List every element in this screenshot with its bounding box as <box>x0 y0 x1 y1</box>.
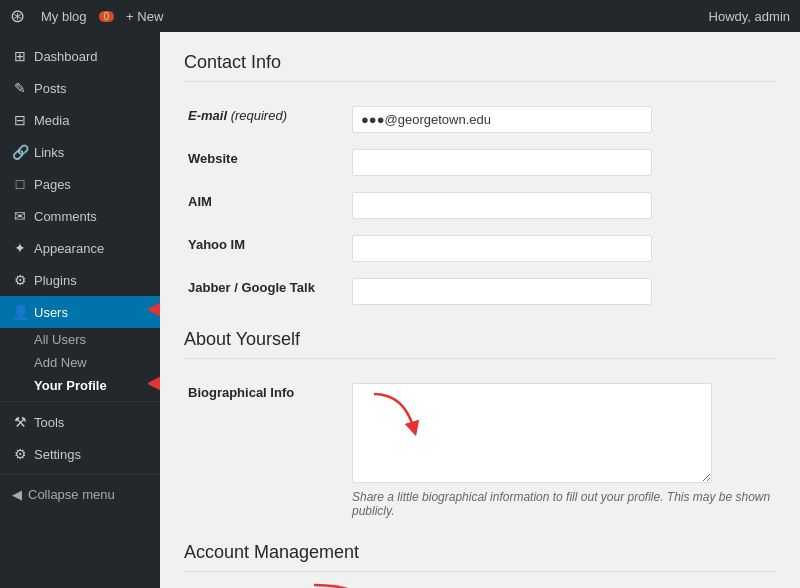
sidebar-label-dashboard: Dashboard <box>34 49 98 64</box>
media-icon: ⊟ <box>12 112 28 128</box>
sidebar-label-tools: Tools <box>34 415 64 430</box>
aim-input[interactable] <box>352 192 652 219</box>
sidebar-label-users: Users <box>34 305 68 320</box>
collapse-label: Collapse menu <box>28 487 115 502</box>
sidebar-label-appearance: Appearance <box>34 241 104 256</box>
sidebar-sub-add-new[interactable]: Add New <box>0 351 160 374</box>
top-bar-right: Howdy, admin <box>709 9 790 24</box>
comments-icon: ✉ <box>12 208 28 224</box>
email-label: E-mail (required) <box>184 98 344 141</box>
bio-help-text: Share a little biographical information … <box>352 490 772 518</box>
plugins-icon: ⚙ <box>12 272 28 288</box>
sidebar-item-plugins[interactable]: ⚙ Plugins <box>0 264 160 296</box>
appearance-icon: ✦ <box>12 240 28 256</box>
contact-info-title: Contact Info <box>184 52 776 82</box>
aim-label: AIM <box>184 184 344 227</box>
password-arrow-annotation <box>304 580 384 588</box>
pages-icon: □ <box>12 176 28 192</box>
top-bar-left: ⊛ My blog 0 + New <box>10 5 163 27</box>
wp-logo-icon[interactable]: ⊛ <box>10 5 25 27</box>
website-label: Website <box>184 141 344 184</box>
yahoo-label: Yahoo IM <box>184 227 344 270</box>
links-icon: 🔗 <box>12 144 28 160</box>
sidebar-item-users[interactable]: 👤 Users <box>0 296 160 328</box>
sidebar-item-tools[interactable]: ⚒ Tools <box>0 406 160 438</box>
sidebar-label-plugins: Plugins <box>34 273 77 288</box>
about-yourself-section: About Yourself Biographical Info <box>184 329 776 526</box>
sidebar-sub-your-profile[interactable]: Your Profile <box>0 374 160 397</box>
collapse-menu-button[interactable]: ◀ Collapse menu <box>0 479 160 510</box>
sidebar-item-comments[interactable]: ✉ Comments <box>0 200 160 232</box>
sidebar-label-pages: Pages <box>34 177 71 192</box>
jabber-row: Jabber / Google Talk <box>184 270 776 313</box>
top-bar: ⊛ My blog 0 + New Howdy, admin <box>0 0 800 32</box>
sidebar-divider-2 <box>0 474 160 475</box>
sidebar-item-dashboard[interactable]: ⊞ Dashboard <box>0 40 160 72</box>
sidebar-item-appearance[interactable]: ✦ Appearance <box>0 232 160 264</box>
sidebar-label-links: Links <box>34 145 64 160</box>
new-post-link[interactable]: + New <box>126 9 163 24</box>
posts-icon: ✎ <box>12 80 28 96</box>
sidebar-label-settings: Settings <box>34 447 81 462</box>
collapse-icon: ◀ <box>12 487 22 502</box>
sidebar-item-pages[interactable]: □ Pages <box>0 168 160 200</box>
yahoo-row: Yahoo IM <box>184 227 776 270</box>
howdy-text: Howdy, admin <box>709 9 790 24</box>
about-yourself-table: Biographical Info Share a little biograp… <box>184 375 776 526</box>
jabber-input[interactable] <box>352 278 652 305</box>
account-management-section: Account Management New Passw <box>184 542 776 588</box>
sidebar-item-media[interactable]: ⊟ Media <box>0 104 160 136</box>
website-input[interactable] <box>352 149 652 176</box>
email-row: E-mail (required) <box>184 98 776 141</box>
sidebar-divider <box>0 401 160 402</box>
profile-arrow-annotation <box>148 373 160 398</box>
sidebar-sub-all-users[interactable]: All Users <box>0 328 160 351</box>
yahoo-input[interactable] <box>352 235 652 262</box>
site-name-link[interactable]: My blog <box>41 9 87 24</box>
tools-icon: ⚒ <box>12 414 28 430</box>
sidebar-item-settings[interactable]: ⚙ Settings <box>0 438 160 470</box>
contact-info-table: E-mail (required) Website AIM Yahoo IM <box>184 98 776 313</box>
about-yourself-title: About Yourself <box>184 329 776 359</box>
website-row: Website <box>184 141 776 184</box>
account-management-title: Account Management <box>184 542 776 572</box>
sidebar-label-posts: Posts <box>34 81 67 96</box>
sidebar-item-posts[interactable]: ✎ Posts <box>0 72 160 104</box>
settings-icon: ⚙ <box>12 446 28 462</box>
bio-label: Biographical Info <box>184 375 344 526</box>
dashboard-icon: ⊞ <box>12 48 28 64</box>
aim-row: AIM <box>184 184 776 227</box>
bio-row: Biographical Info Share a little biograp… <box>184 375 776 526</box>
users-icon: 👤 <box>12 304 28 320</box>
sidebar-label-comments: Comments <box>34 209 97 224</box>
sidebar-item-links[interactable]: 🔗 Links <box>0 136 160 168</box>
jabber-label: Jabber / Google Talk <box>184 270 344 313</box>
contact-info-section: Contact Info E-mail (required) Website A… <box>184 52 776 313</box>
bio-textarea[interactable] <box>352 383 712 483</box>
main-content: Contact Info E-mail (required) Website A… <box>160 32 800 588</box>
sidebar-label-media: Media <box>34 113 69 128</box>
sidebar: ⊞ Dashboard ✎ Posts ⊟ Media 🔗 Links □ Pa… <box>0 32 160 588</box>
comments-count-badge[interactable]: 0 <box>99 11 115 22</box>
email-input[interactable] <box>352 106 652 133</box>
